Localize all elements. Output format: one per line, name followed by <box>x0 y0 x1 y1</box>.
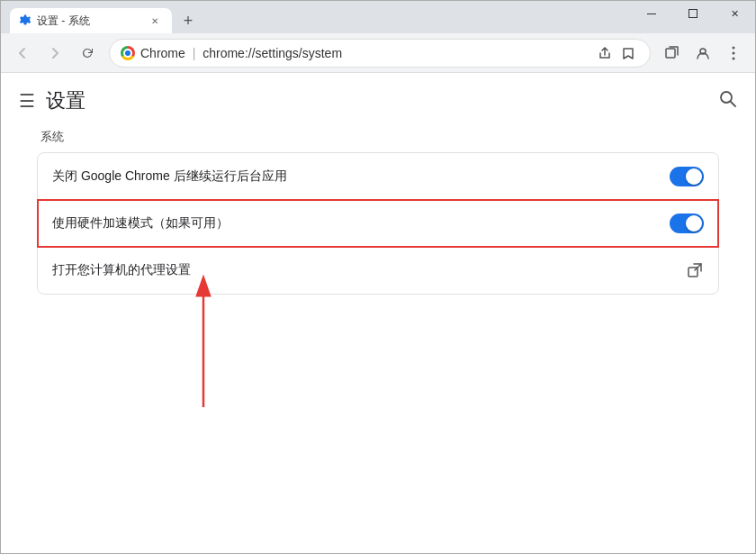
tab-title: 设置 - 系统 <box>37 14 141 29</box>
url-separator: | <box>193 46 196 60</box>
active-tab[interactable]: 设置 - 系统 ✕ <box>10 8 172 33</box>
back-button[interactable] <box>8 39 37 68</box>
profile-button[interactable] <box>688 39 717 68</box>
hardware-acceleration-toggle[interactable] <box>670 213 704 233</box>
toolbar-right <box>658 39 748 68</box>
share-button[interactable] <box>594 42 616 64</box>
svg-point-7 <box>721 92 732 103</box>
url-prefix: Chrome <box>140 46 185 60</box>
window-controls: ✕ <box>631 1 755 26</box>
settings-card: 关闭 Google Chrome 后继续运行后台应用 使用硬件加速模式（如果可用… <box>37 152 719 295</box>
chrome-favicon <box>121 46 135 60</box>
browser-window: 设置 - 系统 ✕ + ✕ <box>0 0 756 554</box>
title-bar: 设置 - 系统 ✕ + ✕ <box>1 1 755 33</box>
setting-row-proxy: 打开您计算机的代理设置 <box>38 247 718 294</box>
url-text: Chrome | chrome://settings/system <box>140 46 589 60</box>
hardware-acceleration-label: 使用硬件加速模式（如果可用） <box>52 215 670 232</box>
svg-rect-0 <box>647 14 656 14</box>
menu-button[interactable] <box>719 39 748 68</box>
annotation-area <box>37 295 719 439</box>
svg-point-5 <box>733 51 735 54</box>
forward-button[interactable] <box>40 39 69 68</box>
minimize-button[interactable] <box>631 1 672 26</box>
section-label: 系统 <box>37 129 719 145</box>
url-path: chrome://settings/system <box>202 46 342 60</box>
external-link-icon[interactable] <box>686 261 704 279</box>
close-button[interactable]: ✕ <box>714 1 755 26</box>
bookmark-button[interactable] <box>617 42 639 64</box>
background-apps-toggle[interactable] <box>670 167 704 186</box>
tab-close-button[interactable]: ✕ <box>147 13 163 29</box>
page-title: 设置 <box>46 87 86 114</box>
omnibox-actions <box>594 42 639 64</box>
setting-row-background-apps: 关闭 Google Chrome 后继续运行后台应用 <box>38 153 718 200</box>
toolbar: Chrome | chrome://settings/system <box>1 33 755 73</box>
svg-point-6 <box>733 57 735 59</box>
background-apps-label: 关闭 Google Chrome 后继续运行后台应用 <box>52 168 670 185</box>
setting-row-hardware-acceleration: 使用硬件加速模式（如果可用） <box>38 200 718 247</box>
maximize-button[interactable] <box>672 1 714 26</box>
proxy-label: 打开您计算机的代理设置 <box>52 262 686 278</box>
refresh-button[interactable] <box>73 39 102 68</box>
window-icon-button[interactable] <box>658 39 687 68</box>
sidebar-menu-icon[interactable]: ☰ <box>19 90 35 112</box>
page-header: ☰ 设置 <box>1 73 755 122</box>
tab-area: 设置 - 系统 ✕ + <box>1 1 201 33</box>
page-content: 系统 关闭 Google Chrome 后继续运行后台应用 使用硬件加速模式（如… <box>1 122 755 457</box>
new-tab-button[interactable]: + <box>176 8 201 33</box>
gear-icon <box>19 14 32 27</box>
svg-point-4 <box>733 46 735 49</box>
svg-rect-1 <box>689 10 698 18</box>
settings-page: ☰ 设置 系统 关闭 Google Chrome 后继续运行后台应用 使用硬件加… <box>1 73 755 553</box>
omnibox[interactable]: Chrome | chrome://settings/system <box>109 39 651 68</box>
search-icon[interactable] <box>719 90 737 113</box>
svg-rect-2 <box>666 49 675 58</box>
